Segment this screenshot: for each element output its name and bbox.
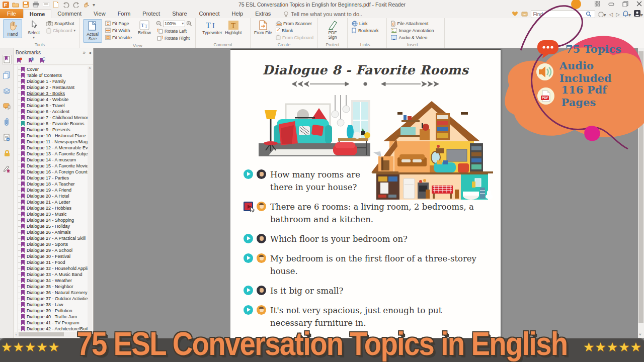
- bookmark-item[interactable]: Dialogue 9 - Presents: [15, 127, 89, 133]
- bookmark-item[interactable]: Dialogue 22 - Hobbies: [15, 205, 89, 211]
- bookmark-item[interactable]: Dialogue 15 - A Favorite Movie: [15, 163, 89, 169]
- bookmark-item[interactable]: Dialogue 34 - Weather: [15, 278, 89, 284]
- bookmark-item[interactable]: Dialogue 30 - Festival: [15, 253, 89, 259]
- bookmark-item[interactable]: Dialogue 18 - A Teacher: [15, 181, 89, 187]
- bookmark-item[interactable]: Dialogue 35 - Neighbor: [15, 284, 89, 290]
- file-attachment-button[interactable]: File Attachment: [390, 20, 435, 27]
- bookmark-item[interactable]: Dialogue 13 - A Favorite Subject: [15, 151, 89, 157]
- bookmark-item[interactable]: Dialogue 11 - Newspaper/Magazine: [15, 139, 89, 145]
- panel-expand-icon[interactable]: »: [83, 50, 86, 55]
- attachments-panel-icon[interactable]: [3, 118, 11, 126]
- bookmark-item[interactable]: Dialogue 23 - Music: [15, 211, 89, 217]
- comments-panel-icon[interactable]: [3, 102, 11, 111]
- rotate-left-button[interactable]: Rotate Left: [156, 28, 192, 34]
- bookmark-item[interactable]: Table of Contents: [15, 72, 89, 78]
- audio-play-button[interactable]: [244, 234, 253, 243]
- highlight-button[interactable]: T Highlight: [224, 19, 243, 36]
- bookmark-item[interactable]: Dialogue 27 - A Practical Skill: [15, 235, 89, 241]
- typewriter-button[interactable]: TI Typewriter: [203, 19, 222, 36]
- bookmark-item[interactable]: Dialogue 38 - Law: [15, 302, 89, 308]
- signature-field-panel-icon[interactable]: [3, 133, 11, 142]
- bookmark-item[interactable]: Dialogue 19 - A Friend: [15, 187, 89, 193]
- audio-play-button[interactable]: [244, 169, 253, 179]
- select-button[interactable]: Select ▾: [24, 19, 43, 41]
- bookmark-item[interactable]: Dialogue 20 - A Hotel: [15, 193, 89, 199]
- menu-tab[interactable]: Extras: [249, 9, 277, 18]
- bookmark-item[interactable]: Dialogue 32 - Household Appliance: [15, 265, 89, 272]
- link-button[interactable]: Link: [351, 20, 380, 27]
- menu-tab[interactable]: Connect: [193, 9, 226, 18]
- new-bookmark-icon[interactable]: [28, 57, 34, 64]
- bookmark-item[interactable]: Dialogue 10 - Historical Place: [15, 133, 89, 139]
- preview-icon[interactable]: [42, 2, 49, 8]
- bookmark-item[interactable]: Dialogue 21 - A Letter: [15, 199, 89, 205]
- bookmark-item[interactable]: Dialogue 5 - Travel: [15, 103, 89, 109]
- hand-button[interactable]: Hand: [3, 19, 22, 38]
- bookmark-item[interactable]: Dialogue 12 - A Memorable Event: [15, 145, 89, 151]
- zoom-level-select[interactable]: 100%▾: [163, 21, 185, 27]
- layers-panel-icon[interactable]: [3, 86, 11, 95]
- audio-play-button[interactable]: [244, 253, 253, 263]
- bookmark-item[interactable]: Dialogue 2 - Restaurant: [15, 84, 89, 90]
- pages-panel-icon[interactable]: [3, 71, 11, 79]
- bookmark-item[interactable]: Dialogue 29 - A School: [15, 247, 89, 253]
- snapshot-button[interactable]: SnapShot: [45, 20, 76, 27]
- actual-size-button[interactable]: Actual Size: [83, 19, 102, 43]
- expand-all-bookmarks-icon[interactable]: [17, 57, 22, 64]
- menu-tab[interactable]: Share: [166, 9, 193, 18]
- fit-width-button[interactable]: Fit Width: [104, 27, 133, 34]
- audio-play-button[interactable]: [244, 286, 253, 295]
- redo-icon[interactable]: [72, 2, 79, 8]
- bookmark-item[interactable]: Dialogue 6 - Accident: [15, 109, 89, 115]
- audio-play-button[interactable]: [244, 305, 253, 315]
- bookmark-item[interactable]: Dialogue 36 - Natural Scenery: [15, 290, 89, 296]
- bookmark-item[interactable]: Dialogue 3 - Books: [15, 90, 89, 97]
- bookmark-item[interactable]: Dialogue 39 - Pollution: [15, 308, 89, 314]
- bookmark-item[interactable]: Dialogue 8 - Favorite Rooms: [15, 121, 89, 127]
- pdf-sign-button[interactable]: PDF Sign: [323, 19, 342, 41]
- bookmark-item[interactable]: Dialogue 40 - Traffic Jam: [15, 314, 89, 320]
- bookmark-item[interactable]: Dialogue 16 - A Foreign Country: [15, 169, 89, 175]
- bookmark-item[interactable]: Dialogue 4 - Website: [15, 97, 89, 103]
- open-file-icon[interactable]: [12, 2, 19, 8]
- bookmark-item[interactable]: Dialogue 17 - Parties: [15, 175, 89, 181]
- new-document-icon[interactable]: [52, 2, 59, 8]
- panel-collapse-icon[interactable]: ◂: [89, 50, 91, 55]
- bookmark-item[interactable]: Dialogue 7 - Childhood Memory: [15, 115, 89, 121]
- bookmark-item[interactable]: Dialogue 25 - Holiday: [15, 223, 89, 229]
- bookmark-item[interactable]: Dialogue 28 - Sports: [15, 241, 89, 247]
- menu-tab[interactable]: File: [0, 9, 23, 18]
- rotate-right-button[interactable]: Rotate Right: [156, 35, 192, 41]
- menu-tab[interactable]: Help: [226, 9, 250, 18]
- bookmark-options-icon[interactable]: [40, 57, 45, 64]
- bookmark-item[interactable]: Dialogue 1 - Family: [15, 78, 89, 84]
- bookmark-item[interactable]: Cover: [15, 66, 89, 72]
- scroll-down-arrow[interactable]: ˅: [639, 332, 641, 337]
- menu-tab[interactable]: View: [88, 9, 112, 18]
- digital-signatures-panel-icon[interactable]: [3, 164, 11, 173]
- fit-visible-button[interactable]: Fit Visible: [104, 34, 133, 41]
- hand-share-icon[interactable]: [83, 2, 90, 8]
- bookmarks-panel-icon[interactable]: [3, 55, 11, 64]
- menu-tab[interactable]: Protect: [136, 9, 166, 18]
- zoom-out-icon[interactable]: [156, 21, 162, 27]
- reflow-button[interactable]: TT Reflow: [135, 19, 154, 36]
- bookmark-item[interactable]: Dialogue 31 - Food: [15, 259, 89, 265]
- scroll-left-arrow[interactable]: ‹: [15, 333, 17, 336]
- bookmark-button[interactable]: Bookmark: [351, 27, 380, 34]
- save-icon[interactable]: [22, 2, 29, 8]
- bookmark-item[interactable]: Dialogue 24 - Shopping: [15, 217, 89, 223]
- from-file-button[interactable]: From File: [254, 19, 273, 36]
- menu-tab[interactable]: Comment: [51, 9, 88, 18]
- from-scanner-button[interactable]: From Scanner: [275, 20, 314, 27]
- blank-button[interactable]: Blank: [275, 27, 314, 34]
- menu-tab[interactable]: Home: [23, 9, 52, 18]
- undo-icon[interactable]: [62, 2, 69, 8]
- print-icon[interactable]: [32, 2, 39, 8]
- customize-quick-access-icon[interactable]: ▾: [93, 2, 95, 8]
- bookmark-item[interactable]: Dialogue 26 - Animals: [15, 229, 89, 235]
- image-annotation-button[interactable]: Image Annotation: [390, 27, 435, 34]
- bookmarks-vertical-scrollbar[interactable]: ˄: [88, 66, 92, 331]
- bookmark-item[interactable]: Dialogue 33 - A Music Band: [15, 272, 89, 278]
- fit-page-button[interactable]: Fit Page: [104, 20, 133, 27]
